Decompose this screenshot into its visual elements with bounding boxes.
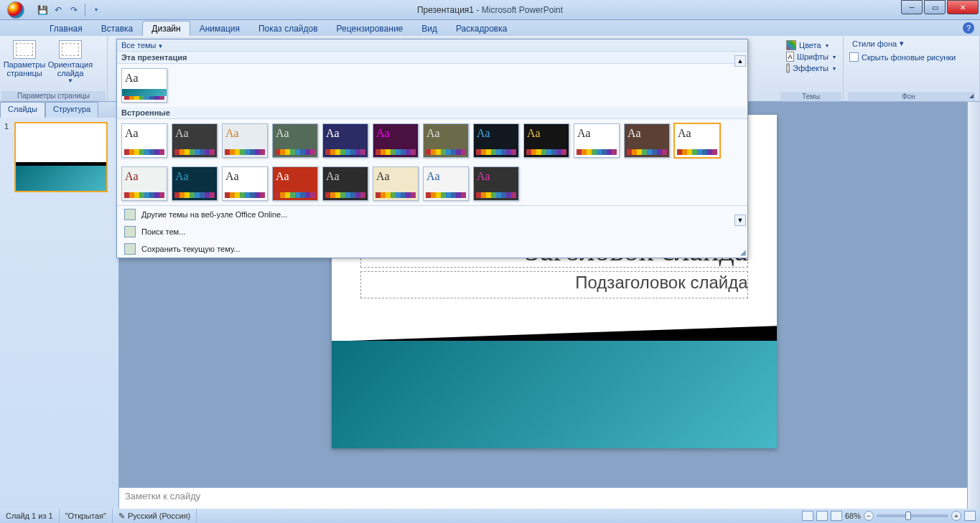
- colors-icon: [786, 40, 796, 50]
- globe-icon: [124, 209, 136, 220]
- quick-access-toolbar: 💾 ↶ ↷ ▾: [32, 4, 103, 17]
- theme-option[interactable]: Aa: [373, 166, 419, 201]
- tab-slideshow[interactable]: Показ слайдов: [249, 21, 327, 36]
- view-sorter-button[interactable]: [816, 511, 828, 521]
- theme-option[interactable]: Aa: [322, 123, 368, 158]
- ribbon-right-groups: Цвета▾ AШрифты▾ Эффекты▾ Темы Стили фона…: [779, 36, 980, 102]
- tab-outline[interactable]: Структура: [45, 102, 98, 118]
- tab-slides-thumbnails[interactable]: Слайды: [0, 102, 45, 118]
- zoom-handle[interactable]: [905, 512, 911, 520]
- window-title: Презентация1 - Microsoft PowerPoint: [417, 5, 563, 15]
- tab-view[interactable]: Вид: [412, 21, 447, 36]
- theme-option[interactable]: Aa: [523, 123, 569, 158]
- chevron-down-icon: ▼: [67, 77, 73, 84]
- zoom-value[interactable]: 68%: [845, 512, 861, 520]
- fonts-label: Шрифты: [797, 52, 829, 61]
- help-icon[interactable]: ?: [963, 22, 974, 34]
- slides-pane-tabs: Слайды Структура: [0, 102, 118, 118]
- theme-swatch: [426, 149, 466, 155]
- theme-effects-button[interactable]: Эффекты▾: [786, 63, 836, 73]
- notes-pane[interactable]: Заметки к слайду: [119, 487, 967, 509]
- orientation-icon: [59, 40, 82, 59]
- zoom-in-button[interactable]: +: [951, 511, 961, 521]
- theme-option[interactable]: Aa: [674, 123, 720, 158]
- browse-themes[interactable]: Поиск тем...: [117, 223, 747, 240]
- group-page-setup-label: Параметры страницы: [1, 91, 106, 101]
- tab-storyboarding[interactable]: Раскадровка: [447, 21, 516, 36]
- theme-option[interactable]: Aa: [624, 123, 670, 158]
- theme-option[interactable]: Aa: [172, 166, 218, 201]
- scroll-down-icon[interactable]: ▼: [734, 215, 746, 226]
- title-bar: 💾 ↶ ↷ ▾ Презентация1 - Microsoft PowerPo…: [0, 0, 980, 20]
- theme-option[interactable]: Aa: [373, 123, 419, 158]
- document-name: Презентация1: [417, 5, 474, 15]
- theme-option[interactable]: Aa: [423, 123, 469, 158]
- theme-swatch: [275, 192, 315, 198]
- close-button[interactable]: ✕: [947, 0, 979, 14]
- tab-home[interactable]: Главная: [40, 21, 92, 36]
- slide-subtitle-text[interactable]: Подзаголовок слайда: [575, 273, 747, 293]
- qat-customize-icon[interactable]: ▾: [90, 4, 103, 17]
- theme-colors-button[interactable]: Цвета▾: [786, 40, 836, 50]
- theme-option[interactable]: Aa: [272, 166, 318, 201]
- theme-option[interactable]: Aa: [322, 166, 368, 201]
- theme-option[interactable]: Aa: [473, 166, 519, 201]
- chevron-down-icon: ▾: [833, 65, 836, 72]
- all-themes-header[interactable]: Все темы▼: [117, 39, 747, 52]
- orientation-button[interactable]: Ориентация слайда ▼: [49, 37, 92, 91]
- view-normal-button[interactable]: [802, 511, 813, 521]
- theme-option[interactable]: Aa: [272, 123, 318, 158]
- scroll-up-icon[interactable]: ▲: [734, 55, 746, 67]
- theme-option[interactable]: Aa: [172, 123, 218, 158]
- status-bar: Слайд 1 из 1 "Открытая" ✎Русский (Россия…: [0, 509, 980, 523]
- chevron-down-icon: ▾: [900, 39, 904, 48]
- theme-option[interactable]: Aa: [121, 166, 167, 201]
- hide-background-graphics-checkbox[interactable]: Скрыть фоновые рисунки: [849, 52, 974, 62]
- redo-icon[interactable]: ↷: [67, 4, 80, 17]
- view-slideshow-button[interactable]: [831, 511, 842, 521]
- office-button[interactable]: [0, 0, 32, 20]
- save-icon[interactable]: 💾: [36, 4, 49, 17]
- effects-label: Эффекты: [793, 64, 829, 72]
- theme-swatch: [476, 149, 516, 155]
- background-styles-button[interactable]: Стили фона▾: [849, 39, 974, 48]
- zoom-slider[interactable]: [877, 514, 948, 517]
- page-setup-button[interactable]: Параметры страницы: [3, 37, 46, 91]
- undo-icon[interactable]: ↶: [52, 4, 65, 17]
- theme-option[interactable]: Aa: [222, 123, 268, 158]
- resize-grip-icon[interactable]: ◢: [740, 248, 746, 256]
- theme-option[interactable]: Aa: [423, 166, 469, 201]
- thumbnail-item[interactable]: 1: [4, 122, 114, 192]
- maximize-button[interactable]: ▭: [924, 0, 946, 14]
- minimize-button[interactable]: ─: [901, 0, 923, 14]
- tab-review[interactable]: Рецензирование: [327, 21, 413, 36]
- more-themes-online[interactable]: Другие темы на веб-узле Office Online...: [117, 206, 747, 223]
- theme-swatch: [325, 149, 365, 155]
- theme-option[interactable]: Aa: [473, 123, 519, 158]
- tab-animation[interactable]: Анимация: [190, 21, 249, 36]
- effects-icon: [786, 63, 790, 73]
- theme-option[interactable]: Aa: [121, 123, 167, 158]
- status-language[interactable]: ✎Русский (Россия): [113, 509, 197, 523]
- section-builtin: Встроенные: [117, 107, 747, 119]
- fit-to-window-button[interactable]: [964, 511, 976, 521]
- vertical-scrollbar[interactable]: [967, 102, 980, 509]
- group-theme-variants: Цвета▾ AШрифты▾ Эффекты▾ Темы: [779, 36, 844, 102]
- save-current-theme[interactable]: Сохранить текущую тему...: [117, 240, 747, 258]
- notes-placeholder: Заметки к слайду: [125, 491, 200, 501]
- dialog-launcher-icon[interactable]: ◢: [969, 93, 974, 99]
- theme-fonts-button[interactable]: AШрифты▾: [786, 52, 836, 62]
- theme-swatch: [174, 192, 215, 198]
- theme-option[interactable]: Aa: [222, 166, 268, 201]
- zoom-out-button[interactable]: −: [864, 511, 874, 521]
- theme-swatch: [275, 149, 315, 155]
- theme-option[interactable]: Aa: [574, 123, 620, 158]
- builtin-grid: AaAaAaAaAaAaAaAaAaAaAaAaAaAaAaAaAaAaAaAa: [117, 119, 747, 205]
- theme-current[interactable]: Aa: [121, 68, 167, 103]
- theme-aa-icon: Aa: [223, 124, 267, 140]
- spellcheck-icon: ✎: [118, 512, 125, 521]
- theme-aa-icon: Aa: [122, 167, 167, 183]
- tab-insert[interactable]: Вставка: [92, 21, 143, 36]
- theme-swatch: [124, 192, 164, 198]
- tab-design[interactable]: Дизайн: [142, 21, 190, 36]
